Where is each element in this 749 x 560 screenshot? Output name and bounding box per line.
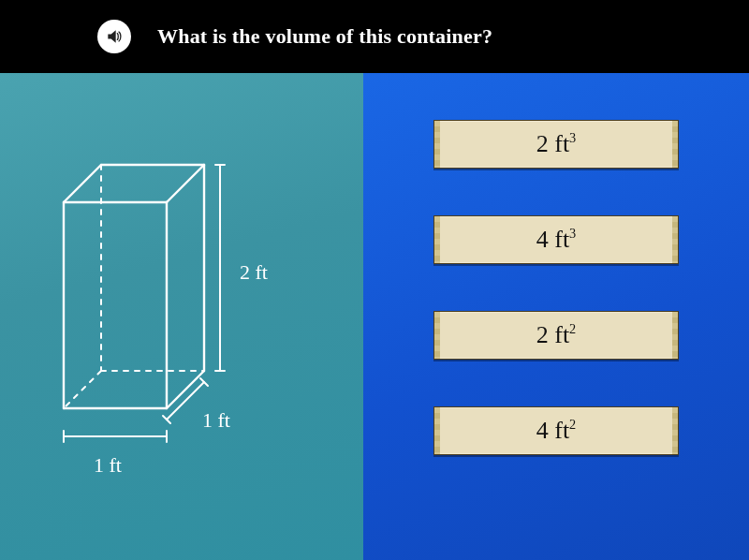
svg-line-5 <box>64 165 101 202</box>
answer-option-2-label: 4 ft3 <box>536 226 577 254</box>
answer-option-2[interactable]: 4 ft3 <box>433 215 679 264</box>
svg-line-11 <box>64 371 101 408</box>
dimension-width-label: 1 ft <box>94 453 122 478</box>
speaker-icon <box>105 27 124 46</box>
question-header: What is the volume of this container? <box>0 0 749 73</box>
answer-option-3[interactable]: 2 ft2 <box>433 311 679 360</box>
svg-line-13 <box>167 382 204 420</box>
answer-option-1[interactable]: 2 ft3 <box>433 120 679 169</box>
figure-panel: 2 ft 1 ft 1 ft <box>0 73 363 560</box>
question-text: What is the volume of this container? <box>157 24 492 49</box>
speaker-button[interactable] <box>97 20 131 53</box>
prism-figure: 2 ft 1 ft 1 ft <box>36 137 326 474</box>
svg-line-8 <box>167 371 204 408</box>
content-panels: 2 ft 1 ft 1 ft 2 ft3 4 ft3 2 ft2 4 ft2 <box>0 73 749 560</box>
quiz-screen: What is the volume of this container? <box>0 0 749 560</box>
answer-option-1-label: 2 ft3 <box>536 130 577 158</box>
svg-line-4 <box>167 165 204 202</box>
prism-svg <box>36 137 326 474</box>
answer-option-4-label: 4 ft2 <box>536 417 577 445</box>
dimension-depth-label: 1 ft <box>202 408 230 433</box>
dimension-height-label: 2 ft <box>240 260 268 285</box>
answers-panel: 2 ft3 4 ft3 2 ft2 4 ft2 <box>363 73 749 560</box>
answer-option-3-label: 2 ft2 <box>536 321 577 349</box>
answer-option-4[interactable]: 4 ft2 <box>433 406 679 455</box>
